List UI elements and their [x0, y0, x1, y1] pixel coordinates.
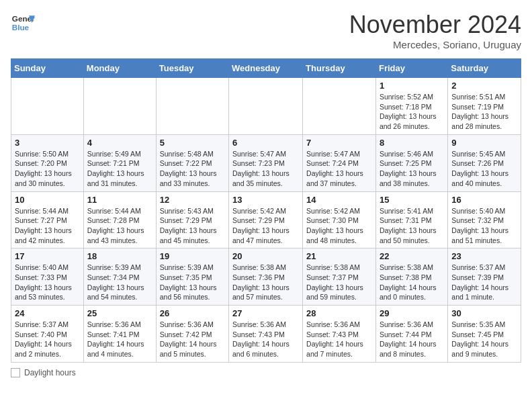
- calendar-cell: 17Sunrise: 5:40 AM Sunset: 7:33 PM Dayli…: [11, 248, 84, 306]
- day-info: Sunrise: 5:40 AM Sunset: 7:33 PM Dayligh…: [15, 263, 80, 302]
- calendar-cell: 8Sunrise: 5:46 AM Sunset: 7:25 PM Daylig…: [375, 134, 447, 191]
- calendar-header-row: SundayMondayTuesdayWednesdayThursdayFrid…: [11, 59, 521, 78]
- calendar-cell: 22Sunrise: 5:38 AM Sunset: 7:38 PM Dayli…: [375, 248, 447, 306]
- calendar-cell: 9Sunrise: 5:45 AM Sunset: 7:26 PM Daylig…: [448, 134, 521, 191]
- title-block: November 2024 Mercedes, Soriano, Uruguay: [349, 11, 521, 50]
- calendar-cell: 7Sunrise: 5:47 AM Sunset: 7:24 PM Daylig…: [303, 134, 376, 191]
- day-info: Sunrise: 5:37 AM Sunset: 7:39 PM Dayligh…: [451, 263, 517, 302]
- day-info: Sunrise: 5:46 AM Sunset: 7:25 PM Dayligh…: [380, 149, 444, 189]
- day-number: 1: [380, 81, 444, 91]
- day-number: 21: [306, 251, 372, 261]
- calendar-week-1: 1Sunrise: 5:52 AM Sunset: 7:18 PM Daylig…: [11, 78, 521, 135]
- calendar-cell: 15Sunrise: 5:41 AM Sunset: 7:31 PM Dayli…: [375, 191, 447, 248]
- day-number: 11: [87, 195, 152, 205]
- calendar-cell: 14Sunrise: 5:42 AM Sunset: 7:30 PM Dayli…: [303, 191, 376, 248]
- calendar-header-friday: Friday: [375, 59, 447, 78]
- day-info: Sunrise: 5:38 AM Sunset: 7:37 PM Dayligh…: [306, 263, 372, 302]
- day-number: 30: [451, 308, 517, 318]
- calendar-cell: 29Sunrise: 5:36 AM Sunset: 7:44 PM Dayli…: [375, 306, 447, 363]
- day-info: Sunrise: 5:43 AM Sunset: 7:29 PM Dayligh…: [160, 206, 225, 246]
- day-number: 5: [160, 138, 225, 148]
- calendar-cell: 18Sunrise: 5:39 AM Sunset: 7:34 PM Dayli…: [83, 248, 156, 306]
- day-info: Sunrise: 5:38 AM Sunset: 7:38 PM Dayligh…: [380, 263, 444, 302]
- calendar-cell: 16Sunrise: 5:40 AM Sunset: 7:32 PM Dayli…: [448, 191, 521, 248]
- day-number: 3: [15, 138, 80, 148]
- calendar-week-2: 3Sunrise: 5:50 AM Sunset: 7:20 PM Daylig…: [11, 134, 521, 191]
- calendar-header-wednesday: Wednesday: [229, 59, 303, 78]
- calendar-cell: 10Sunrise: 5:44 AM Sunset: 7:27 PM Dayli…: [11, 191, 84, 248]
- day-number: 8: [380, 138, 444, 148]
- day-info: Sunrise: 5:39 AM Sunset: 7:35 PM Dayligh…: [160, 263, 225, 302]
- day-info: Sunrise: 5:50 AM Sunset: 7:20 PM Dayligh…: [15, 149, 80, 189]
- calendar-cell: 26Sunrise: 5:36 AM Sunset: 7:42 PM Dayli…: [156, 306, 228, 363]
- day-info: Sunrise: 5:36 AM Sunset: 7:43 PM Dayligh…: [306, 320, 372, 359]
- day-number: 7: [306, 138, 372, 148]
- page-header: General Blue November 2024 Mercedes, Sor…: [11, 11, 521, 50]
- calendar-header-sunday: Sunday: [11, 59, 84, 78]
- calendar-cell: 3Sunrise: 5:50 AM Sunset: 7:20 PM Daylig…: [11, 134, 84, 191]
- day-number: 19: [160, 251, 225, 261]
- day-info: Sunrise: 5:45 AM Sunset: 7:26 PM Dayligh…: [451, 149, 517, 189]
- day-number: 4: [87, 138, 152, 148]
- calendar-cell: 5Sunrise: 5:48 AM Sunset: 7:22 PM Daylig…: [156, 134, 228, 191]
- day-info: Sunrise: 5:36 AM Sunset: 7:43 PM Dayligh…: [232, 320, 299, 359]
- legend-box: [11, 368, 20, 377]
- location-subtitle: Mercedes, Soriano, Uruguay: [349, 39, 521, 50]
- day-info: Sunrise: 5:49 AM Sunset: 7:21 PM Dayligh…: [87, 149, 152, 189]
- svg-text:Blue: Blue: [12, 23, 30, 32]
- calendar-cell: 11Sunrise: 5:44 AM Sunset: 7:28 PM Dayli…: [83, 191, 156, 248]
- day-number: 20: [232, 251, 299, 261]
- calendar-cell: 21Sunrise: 5:38 AM Sunset: 7:37 PM Dayli…: [303, 248, 376, 306]
- calendar-cell: [156, 78, 228, 135]
- calendar-cell: 23Sunrise: 5:37 AM Sunset: 7:39 PM Dayli…: [448, 248, 521, 306]
- calendar-cell: [83, 78, 156, 135]
- legend: Daylight hours: [11, 368, 521, 377]
- calendar-header-tuesday: Tuesday: [156, 59, 228, 78]
- day-number: 25: [87, 308, 152, 318]
- logo-icon: General Blue: [11, 11, 35, 35]
- calendar-cell: 13Sunrise: 5:42 AM Sunset: 7:29 PM Dayli…: [229, 191, 303, 248]
- calendar-week-5: 24Sunrise: 5:37 AM Sunset: 7:40 PM Dayli…: [11, 306, 521, 363]
- calendar-cell: 20Sunrise: 5:38 AM Sunset: 7:36 PM Dayli…: [229, 248, 303, 306]
- day-number: 6: [232, 138, 299, 148]
- calendar-cell: 2Sunrise: 5:51 AM Sunset: 7:19 PM Daylig…: [448, 78, 521, 135]
- day-number: 10: [15, 195, 80, 205]
- day-info: Sunrise: 5:40 AM Sunset: 7:32 PM Dayligh…: [451, 206, 517, 246]
- calendar-header-monday: Monday: [83, 59, 156, 78]
- legend-label: Daylight hours: [24, 368, 76, 377]
- calendar-cell: 28Sunrise: 5:36 AM Sunset: 7:43 PM Dayli…: [303, 306, 376, 363]
- day-number: 14: [306, 195, 372, 205]
- calendar-header-thursday: Thursday: [303, 59, 376, 78]
- day-number: 17: [15, 251, 80, 261]
- day-info: Sunrise: 5:39 AM Sunset: 7:34 PM Dayligh…: [87, 263, 152, 302]
- day-info: Sunrise: 5:36 AM Sunset: 7:41 PM Dayligh…: [87, 320, 152, 359]
- calendar-header-saturday: Saturday: [448, 59, 521, 78]
- calendar-cell: 4Sunrise: 5:49 AM Sunset: 7:21 PM Daylig…: [83, 134, 156, 191]
- day-number: 22: [380, 251, 444, 261]
- calendar-week-4: 17Sunrise: 5:40 AM Sunset: 7:33 PM Dayli…: [11, 248, 521, 306]
- day-info: Sunrise: 5:41 AM Sunset: 7:31 PM Dayligh…: [380, 206, 444, 246]
- calendar-cell: 27Sunrise: 5:36 AM Sunset: 7:43 PM Dayli…: [229, 306, 303, 363]
- calendar-cell: 6Sunrise: 5:47 AM Sunset: 7:23 PM Daylig…: [229, 134, 303, 191]
- calendar-table: SundayMondayTuesdayWednesdayThursdayFrid…: [11, 58, 521, 363]
- day-info: Sunrise: 5:52 AM Sunset: 7:18 PM Dayligh…: [380, 92, 444, 132]
- day-number: 27: [232, 308, 299, 318]
- calendar-cell: 30Sunrise: 5:35 AM Sunset: 7:45 PM Dayli…: [448, 306, 521, 363]
- day-number: 28: [306, 308, 372, 318]
- day-info: Sunrise: 5:47 AM Sunset: 7:24 PM Dayligh…: [306, 149, 372, 189]
- day-number: 29: [380, 308, 444, 318]
- day-number: 13: [232, 195, 299, 205]
- day-number: 9: [451, 138, 517, 148]
- day-number: 24: [15, 308, 80, 318]
- day-number: 18: [87, 251, 152, 261]
- day-info: Sunrise: 5:42 AM Sunset: 7:29 PM Dayligh…: [232, 206, 299, 246]
- logo: General Blue: [11, 11, 35, 35]
- calendar-cell: 24Sunrise: 5:37 AM Sunset: 7:40 PM Dayli…: [11, 306, 84, 363]
- day-info: Sunrise: 5:38 AM Sunset: 7:36 PM Dayligh…: [232, 263, 299, 302]
- calendar-week-3: 10Sunrise: 5:44 AM Sunset: 7:27 PM Dayli…: [11, 191, 521, 248]
- day-number: 15: [380, 195, 444, 205]
- day-number: 12: [160, 195, 225, 205]
- day-info: Sunrise: 5:36 AM Sunset: 7:42 PM Dayligh…: [160, 320, 225, 359]
- day-info: Sunrise: 5:37 AM Sunset: 7:40 PM Dayligh…: [15, 320, 80, 359]
- day-number: 23: [451, 251, 517, 261]
